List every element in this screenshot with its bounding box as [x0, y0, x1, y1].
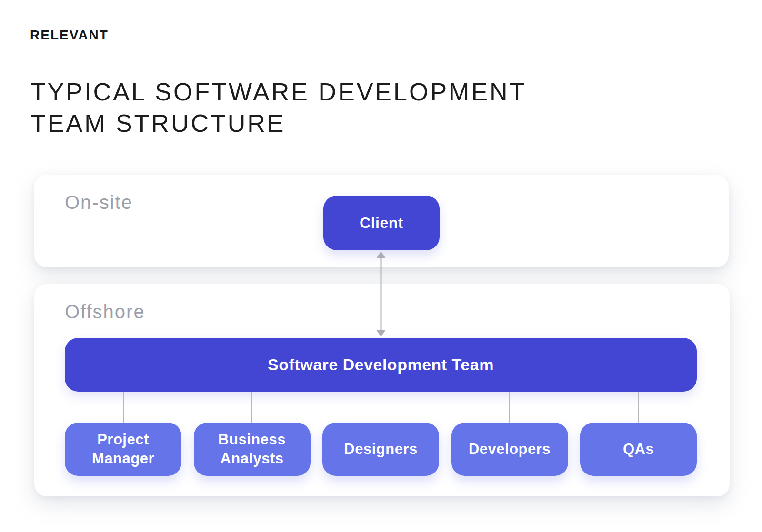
- qas-node: QAs: [580, 423, 697, 476]
- connector-line-designers: [381, 392, 381, 423]
- offshore-label: Offshore: [65, 301, 145, 323]
- software-development-team-node: Software Development Team: [65, 338, 697, 392]
- roles-row: Project Manager Business Analysts Design…: [65, 423, 697, 476]
- project-manager-node: Project Manager: [65, 423, 181, 476]
- page-title-line1: TYPICAL SOFTWARE DEVELOPMENT: [30, 76, 526, 108]
- page-title-line2: TEAM STRUCTURE: [30, 108, 526, 139]
- business-analysts-node: Business Analysts: [194, 423, 311, 476]
- connector-line-business-analysts: [251, 392, 252, 423]
- connector-line-qas: [638, 392, 639, 423]
- connector-line-developers: [509, 392, 510, 423]
- client-team-bidirectional-arrow-icon: [375, 251, 387, 337]
- designers-node: Designers: [322, 423, 439, 476]
- page-title: TYPICAL SOFTWARE DEVELOPMENT TEAM STRUCT…: [30, 76, 526, 139]
- infographic-canvas: RELEVANT TYPICAL SOFTWARE DEVELOPMENT TE…: [0, 0, 762, 532]
- developers-node: Developers: [451, 423, 568, 476]
- connector-line-project-manager: [123, 392, 124, 423]
- onsite-label: On-site: [65, 192, 133, 213]
- relevant-logo: RELEVANT: [30, 28, 109, 43]
- client-node: Client: [323, 196, 440, 250]
